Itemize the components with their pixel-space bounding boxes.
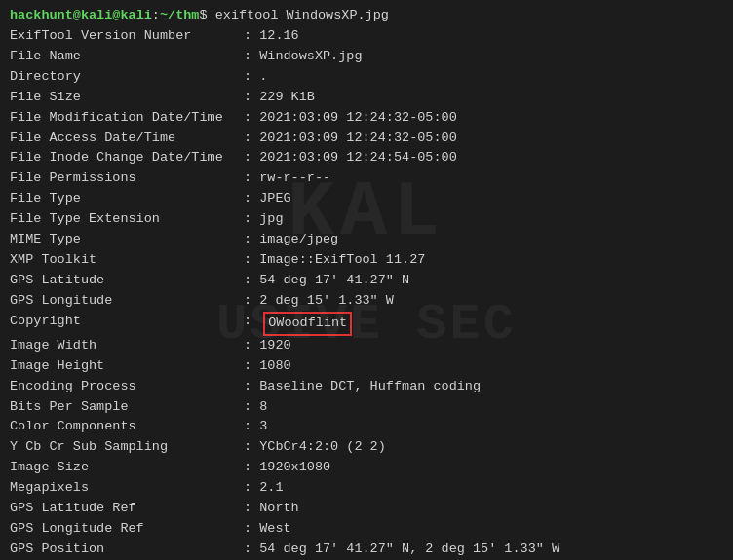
exif-row: MIME Type: image/jpeg <box>10 230 723 250</box>
exif-key: GPS Position <box>10 540 244 560</box>
exif-value: : image/jpeg <box>244 230 338 250</box>
exif-row: XMP Toolkit: Image::ExifTool 11.27 <box>10 250 723 271</box>
exif-key: File Size <box>10 88 244 108</box>
exif-value-highlighted: OWoodflint <box>263 312 352 336</box>
exif-key: Directory <box>10 67 244 88</box>
exif-key: Image Width <box>10 336 244 356</box>
exif-key: Image Size <box>10 458 244 478</box>
exif-value: : 3 <box>244 417 267 437</box>
exif-key: XMP Toolkit <box>10 250 244 271</box>
exif-row: File Modification Date/Time: 2021:03:09 … <box>10 108 723 129</box>
exif-key: File Access Date/Time <box>10 129 244 149</box>
exif-key: Bits Per Sample <box>10 397 244 418</box>
exif-data: ExifTool Version Number: 12.16File Name:… <box>10 26 723 560</box>
exif-value: : YCbCr4:2:0 (2 2) <box>244 437 386 458</box>
exif-row: File Inode Change Date/Time: 2021:03:09 … <box>10 148 723 168</box>
exif-value: : 8 <box>244 397 267 418</box>
exif-value: : rw-r--r-- <box>244 168 330 189</box>
exif-row: GPS Latitude: 54 deg 17' 41.27" N <box>10 271 723 291</box>
exif-value: : 2 deg 15' 1.33" W <box>244 291 394 312</box>
exif-value: : 1920x1080 <box>244 458 330 478</box>
exif-row: Image Height: 1080 <box>10 356 723 377</box>
exif-row: Megapixels: 2.1 <box>10 478 723 499</box>
prompt-colon: : <box>152 6 160 26</box>
exif-value: : 2021:03:09 12:24:54-05:00 <box>244 148 457 168</box>
exif-row: Copyright: OWoodflint <box>10 312 723 336</box>
exif-key: MIME Type <box>10 230 244 250</box>
exif-row: GPS Position: 54 deg 17' 41.27" N, 2 deg… <box>10 540 723 560</box>
exif-row: File Size: 229 KiB <box>10 88 723 108</box>
exif-row: Bits Per Sample: 8 <box>10 397 723 418</box>
exif-key: GPS Longitude <box>10 291 244 312</box>
exif-value: : 12.16 <box>244 26 299 47</box>
exif-key: File Type <box>10 189 244 209</box>
exif-row: File Type: JPEG <box>10 189 723 209</box>
exif-value: : Image::ExifTool 11.27 <box>244 250 425 271</box>
exif-value: : North <box>244 499 299 519</box>
exif-row: File Name: WindowsXP.jpg <box>10 47 723 67</box>
exif-value: : . <box>244 67 267 88</box>
exif-key: Megapixels <box>10 478 244 499</box>
exif-row: GPS Latitude Ref: North <box>10 499 723 519</box>
exif-value: : 1080 <box>244 356 291 377</box>
exif-row: GPS Longitude Ref: West <box>10 519 723 540</box>
exif-key: Y Cb Cr Sub Sampling <box>10 437 244 458</box>
prompt-symbol: $ <box>199 6 207 26</box>
command-text: exiftool WindowsXP.jpg <box>208 6 389 26</box>
exif-key: Color Components <box>10 417 244 437</box>
exif-key: File Name <box>10 47 244 67</box>
exif-value: : 54 deg 17' 41.27" N <box>244 271 409 291</box>
exif-row: GPS Longitude: 2 deg 15' 1.33" W <box>10 291 723 312</box>
prompt-user: hackhunt@kali <box>10 6 112 26</box>
exif-colon: : <box>244 312 259 336</box>
exif-value: : 229 KiB <box>244 88 315 108</box>
exif-value: : 1920 <box>244 336 291 356</box>
exif-value: : jpg <box>244 209 284 230</box>
terminal-window: KAL USIVE SEC hackhunt@kali@kali:~/thm$ … <box>0 0 733 560</box>
exif-value: : WindowsXP.jpg <box>244 47 363 67</box>
exif-value: : West <box>244 519 291 540</box>
exif-key: File Modification Date/Time <box>10 108 244 129</box>
exif-key: File Permissions <box>10 168 244 189</box>
exif-row: Encoding Process: Baseline DCT, Huffman … <box>10 377 723 397</box>
exif-value: : 54 deg 17' 41.27" N, 2 deg 15' 1.33" W <box>244 540 559 560</box>
exif-row: File Type Extension: jpg <box>10 209 723 230</box>
exif-row: Image Size: 1920x1080 <box>10 458 723 478</box>
exif-row: Image Width: 1920 <box>10 336 723 356</box>
exif-row: Directory: . <box>10 67 723 88</box>
exif-value: : 2021:03:09 12:24:32-05:00 <box>244 129 457 149</box>
prompt-path: ~/thm <box>160 6 200 26</box>
exif-value: : JPEG <box>244 189 291 209</box>
prompt-at: @ <box>112 6 120 26</box>
exif-key: Encoding Process <box>10 377 244 397</box>
command-line: hackhunt@kali@kali:~/thm$ exiftool Windo… <box>10 6 723 26</box>
exif-row: ExifTool Version Number: 12.16 <box>10 26 723 47</box>
exif-value: : 2.1 <box>244 478 284 499</box>
exif-row: Y Cb Cr Sub Sampling: YCbCr4:2:0 (2 2) <box>10 437 723 458</box>
exif-row: File Permissions: rw-r--r-- <box>10 168 723 189</box>
exif-key: GPS Latitude <box>10 271 244 291</box>
exif-row: Color Components: 3 <box>10 417 723 437</box>
exif-key: GPS Latitude Ref <box>10 499 244 519</box>
exif-value: : Baseline DCT, Huffman coding <box>244 377 481 397</box>
exif-row: File Access Date/Time: 2021:03:09 12:24:… <box>10 129 723 149</box>
exif-key: GPS Longitude Ref <box>10 519 244 540</box>
exif-key: ExifTool Version Number <box>10 26 244 47</box>
prompt-host: kali <box>120 6 151 26</box>
exif-key: File Inode Change Date/Time <box>10 148 244 168</box>
exif-key: File Type Extension <box>10 209 244 230</box>
exif-value: : 2021:03:09 12:24:32-05:00 <box>244 108 457 129</box>
exif-key: Copyright <box>10 312 244 336</box>
exif-key: Image Height <box>10 356 244 377</box>
